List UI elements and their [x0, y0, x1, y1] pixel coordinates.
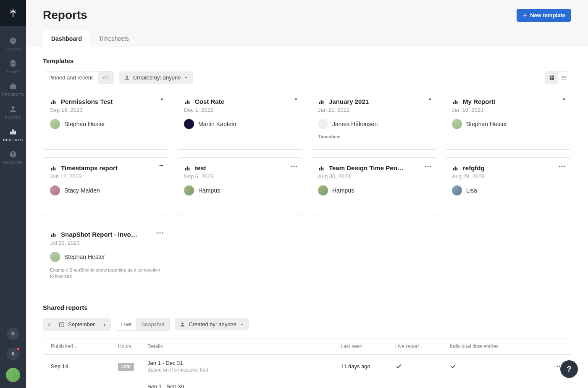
bar-chart-icon — [452, 98, 459, 105]
app-logo[interactable] — [0, 0, 26, 26]
nav-label: Reports — [3, 138, 23, 142]
details-based-on: Based on Permissions Test — [147, 367, 336, 373]
svg-rect-11 — [14, 131, 16, 134]
template-card[interactable]: Timestamps report Jun 12, 2023 Stacy Mal… — [43, 157, 169, 216]
nav-projects[interactable]: Projects — [0, 77, 26, 100]
pin-icon[interactable] — [561, 96, 566, 101]
table-row[interactable]: Sep 14 LIVE Jan 1 - Dec 31 Based on Perm… — [43, 355, 571, 378]
plus-icon — [522, 13, 528, 18]
card-title: SnapShot Report - Invo… — [61, 231, 137, 238]
sort-desc-icon: ↓ — [75, 343, 77, 349]
details-range: Sep 1 - Sep 30 — [147, 383, 336, 388]
svg-point-44 — [291, 166, 292, 167]
svg-rect-6 — [12, 60, 14, 61]
col-last-seen[interactable]: Last seen — [341, 343, 391, 349]
template-card[interactable]: Permissions Test Sep 15, 2023 Stephan He… — [43, 91, 169, 150]
svg-rect-61 — [457, 167, 458, 170]
clock-icon — [8, 36, 18, 45]
table-row[interactable]: Sep 1 - Sep 30 — [43, 378, 571, 388]
nav-label: Projects — [2, 92, 24, 97]
segment-live[interactable]: Live — [116, 318, 136, 330]
nav-reports[interactable]: Reports — [0, 123, 26, 145]
card-title: Team Design Time Pen… — [329, 164, 404, 172]
card-author: Stephan Hester — [64, 121, 105, 127]
card-date: Sep 15, 2023 — [50, 107, 162, 113]
help-button[interactable]: ? — [560, 360, 578, 378]
month-next-button[interactable]: › — [98, 318, 111, 331]
person-icon — [8, 104, 18, 113]
card-date: Jan 21, 2022 — [318, 107, 430, 113]
logo-icon — [8, 8, 18, 18]
card-more-button[interactable] — [558, 163, 566, 170]
new-template-button[interactable]: New template — [517, 9, 571, 22]
card-title: My Report! — [463, 98, 496, 105]
template-card[interactable]: Cost Rate Dec 1, 2022 Martin Kaptein — [177, 91, 303, 150]
template-card[interactable]: refgfdg Aug 28, 2023 Lisa — [445, 157, 571, 216]
col-live-report[interactable]: Live report — [395, 343, 446, 349]
user-avatar-icon — [50, 252, 60, 262]
nav-tasks[interactable]: Tasks — [0, 55, 26, 77]
tab-timesheets[interactable]: Timesheets — [90, 30, 137, 47]
pin-icon[interactable] — [293, 96, 298, 101]
cell-hours: LIVE — [118, 363, 143, 370]
mic-button[interactable] — [7, 327, 19, 340]
nav-label: Hours — [5, 47, 20, 51]
svg-rect-65 — [51, 235, 52, 237]
segment-snapshot[interactable]: Snapshot — [136, 318, 169, 330]
card-title: test — [195, 164, 206, 172]
template-card[interactable]: January 2021 Jan 21, 2022 James Håkonsen… — [311, 91, 437, 150]
svg-point-63 — [160, 232, 161, 234]
cell-details: Sep 1 - Sep 30 — [147, 383, 336, 388]
card-date: Jan 10, 2023 — [452, 107, 564, 113]
filter-pinned-recent[interactable]: Pinned and recent — [43, 71, 98, 84]
month-prev-button[interactable]: ‹ — [43, 318, 55, 331]
svg-point-74 — [559, 366, 560, 367]
briefcase-icon — [8, 82, 18, 91]
card-date: Dec 1, 2022 — [184, 107, 296, 113]
notifications-button[interactable] — [7, 348, 19, 360]
current-user-avatar[interactable] — [6, 368, 20, 382]
filter-all[interactable]: All — [98, 71, 114, 84]
shared-filter-created-by[interactable]: Created by: anyone — [175, 318, 249, 330]
user-avatar-icon — [184, 119, 194, 129]
left-sidebar: Hours Tasks Projects People Reports $ In… — [0, 0, 26, 388]
col-details[interactable]: Details — [147, 343, 336, 349]
card-more-button[interactable] — [424, 163, 432, 170]
template-card[interactable]: My Report! Jan 10, 2023 Stephan Hester — [445, 91, 571, 150]
svg-rect-22 — [552, 78, 554, 80]
template-card[interactable]: test Sep 6, 2023 Hampus — [177, 157, 303, 216]
svg-rect-32 — [185, 102, 186, 104]
list-view-button[interactable] — [558, 72, 571, 84]
filter-created-by[interactable]: Created by: anyone — [119, 71, 193, 84]
month-label[interactable]: September — [68, 321, 95, 327]
pin-icon[interactable] — [427, 96, 432, 101]
tab-dashboard[interactable]: Dashboard — [43, 30, 90, 47]
template-card[interactable]: SnapShot Report - Invo… Jul 19, 2023 Ste… — [43, 224, 169, 287]
svg-rect-68 — [60, 323, 64, 327]
svg-point-52 — [430, 166, 431, 167]
grid-view-button[interactable] — [546, 72, 558, 84]
nav-hours[interactable]: Hours — [0, 32, 26, 55]
svg-rect-37 — [323, 101, 324, 104]
svg-rect-42 — [53, 166, 54, 170]
svg-rect-39 — [455, 100, 456, 104]
user-avatar-icon — [452, 119, 462, 129]
template-card[interactable]: Team Design Time Pen… Aug 30, 2023 Hampu… — [311, 157, 437, 216]
nav-invoices[interactable]: $ Invoices — [0, 145, 26, 168]
col-published[interactable]: Published ↓ — [51, 343, 114, 349]
svg-point-28 — [562, 79, 562, 79]
card-date: Aug 30, 2023 — [318, 173, 430, 179]
col-individual[interactable]: Individual time entries — [450, 343, 534, 349]
bell-icon — [10, 351, 16, 357]
card-more-button[interactable] — [156, 229, 164, 237]
col-hours[interactable]: Hours — [118, 343, 143, 349]
svg-rect-14 — [12, 332, 14, 334]
pin-icon[interactable] — [159, 96, 164, 101]
shared-reports-heading: Shared reports — [43, 304, 571, 311]
svg-rect-53 — [319, 168, 320, 170]
live-snapshot-toggle: Live Snapshot — [116, 318, 170, 331]
pin-icon[interactable] — [159, 163, 164, 168]
svg-rect-10 — [12, 129, 13, 135]
nav-people[interactable]: People — [0, 100, 26, 123]
card-more-button[interactable] — [290, 163, 298, 170]
